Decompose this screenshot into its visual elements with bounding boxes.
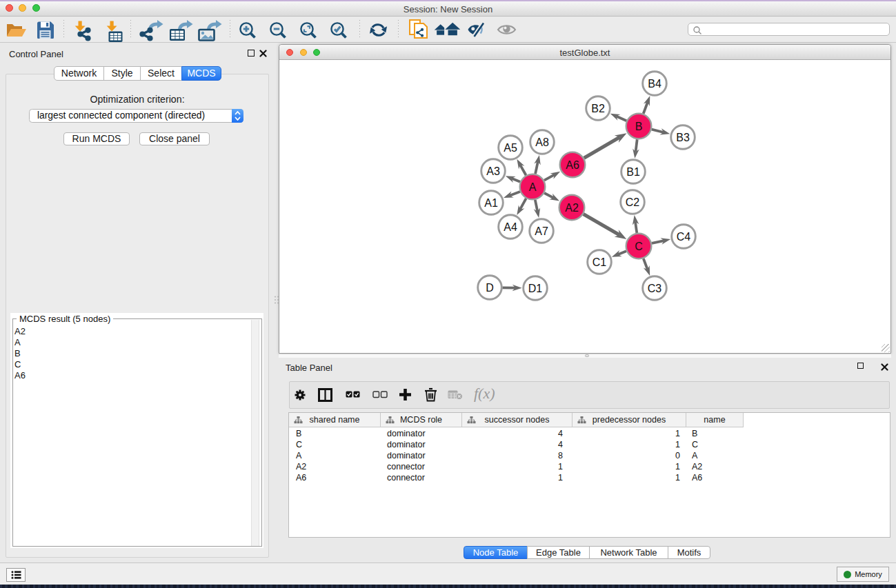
- svg-text:A3: A3: [486, 165, 500, 177]
- svg-text:A4: A4: [504, 221, 517, 233]
- svg-text:C2: C2: [626, 196, 640, 208]
- svg-text:C: C: [635, 241, 643, 252]
- svg-text:C3: C3: [648, 283, 662, 294]
- svg-text:A7: A7: [535, 225, 548, 237]
- svg-text:A6: A6: [566, 159, 579, 171]
- svg-text:B1: B1: [626, 166, 640, 178]
- svg-text:D: D: [486, 282, 494, 294]
- svg-text:C1: C1: [593, 256, 607, 268]
- svg-text:C4: C4: [677, 231, 691, 243]
- svg-text:B3: B3: [676, 132, 690, 143]
- svg-text:B: B: [635, 121, 643, 132]
- svg-text:A5: A5: [504, 142, 517, 154]
- svg-text:A2: A2: [565, 202, 579, 214]
- svg-text:A1: A1: [484, 197, 498, 209]
- svg-text:D1: D1: [528, 283, 543, 294]
- svg-text:A: A: [529, 181, 537, 193]
- svg-text:B4: B4: [648, 78, 661, 90]
- svg-text:B2: B2: [591, 103, 605, 114]
- svg-text:A8: A8: [535, 136, 549, 148]
